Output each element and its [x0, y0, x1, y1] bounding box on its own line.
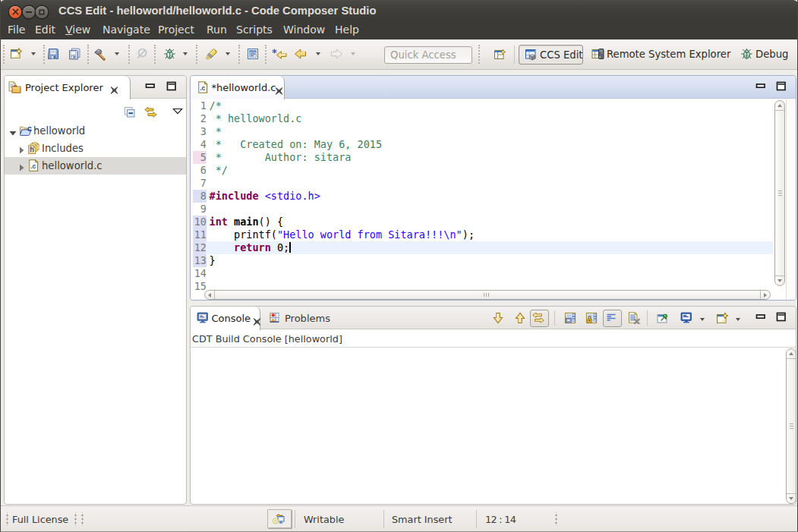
- toolbar-separator: [478, 45, 480, 64]
- perspective-rse-button[interactable]: Remote System Explorer: [591, 45, 731, 65]
- quick-access-input[interactable]: Quick Access: [384, 46, 472, 64]
- display-console-button[interactable]: [680, 312, 692, 324]
- clear-console-button[interactable]: [627, 312, 639, 324]
- expanded-arrow-icon[interactable]: [9, 127, 17, 139]
- skip-breakpoints-button[interactable]: [136, 48, 148, 60]
- new-dropdown[interactable]: [31, 52, 36, 55]
- project-explorer-panel: Project Explorer chelloworldhIncludes.ch…: [4, 75, 187, 505]
- statusbar-grip: [5, 512, 9, 526]
- tree-item-helloworld-c[interactable]: .chelloworld.c: [5, 157, 186, 175]
- code-line-11: printf("Hello world from Sitara!!!\n");: [206, 228, 773, 241]
- toolbar-separator: [238, 45, 240, 64]
- menu-project[interactable]: Project: [158, 24, 194, 36]
- flash-button[interactable]: [204, 48, 216, 60]
- tree-item-includes[interactable]: hIncludes: [5, 140, 186, 157]
- code-area[interactable]: /* * helloworld.c * * Created on: May 6,…: [206, 99, 773, 293]
- line-number: 5: [193, 151, 207, 164]
- tree-item-helloworld[interactable]: chelloworld: [5, 122, 186, 140]
- maximize-view-button[interactable]: [775, 80, 787, 93]
- back-icon: [294, 48, 306, 60]
- perspective-debug-button[interactable]: Debug: [740, 45, 786, 65]
- console-description: CDT Build Console [helloworld]: [191, 330, 796, 348]
- menu-edit[interactable]: Edit: [35, 24, 55, 36]
- project-explorer-icon: [8, 81, 21, 93]
- maximize-view-button[interactable]: [775, 311, 787, 323]
- build-button[interactable]: [93, 48, 105, 60]
- line-number-ruler: 123456789101112131415: [193, 99, 207, 293]
- line-number: 13: [193, 254, 207, 267]
- code-line-13: }: [206, 254, 773, 267]
- edit-mode-button[interactable]: [267, 509, 292, 528]
- debug-dropdown[interactable]: [183, 52, 188, 55]
- close-icon[interactable]: [275, 83, 284, 93]
- show-console-stdout-button[interactable]: [564, 312, 576, 324]
- open-perspective-button[interactable]: [494, 48, 506, 60]
- line-number: 11: [193, 228, 207, 241]
- menu-scripts[interactable]: Scripts: [236, 24, 273, 36]
- show-view-icon: [247, 48, 259, 60]
- minimize-view-button[interactable]: [755, 311, 767, 323]
- console-vertical-scrollbar[interactable]: [786, 348, 796, 504]
- caret-position-status: 12 : 14: [485, 514, 516, 525]
- window-close-button[interactable]: [9, 6, 21, 18]
- minimize-view-button[interactable]: [144, 80, 156, 93]
- back-button[interactable]: [294, 48, 306, 60]
- collapsed-arrow-icon[interactable]: [19, 162, 24, 174]
- flash-dropdown[interactable]: [226, 52, 230, 55]
- build-dropdown[interactable]: [115, 52, 119, 55]
- project-explorer-header: Project Explorer: [5, 76, 186, 99]
- save-all-button[interactable]: [68, 48, 80, 60]
- display-console-dropdown[interactable]: [700, 318, 705, 321]
- open-console-dropdown[interactable]: [736, 318, 740, 321]
- link-with-editor-button[interactable]: [144, 106, 156, 118]
- debug-button[interactable]: [163, 48, 175, 60]
- new-button[interactable]: [10, 48, 22, 60]
- menu-view[interactable]: View: [65, 24, 90, 36]
- show-error-in-editor-button[interactable]: [530, 310, 549, 327]
- minimize-view-button[interactable]: [755, 80, 767, 93]
- window-minimize-button[interactable]: [23, 6, 35, 18]
- view-menu-button[interactable]: [172, 106, 185, 118]
- menu-help[interactable]: Help: [335, 24, 359, 36]
- skip-breakpoints-icon: [136, 48, 148, 60]
- next-error-button[interactable]: [492, 312, 504, 324]
- save-button[interactable]: [47, 48, 59, 60]
- line-number: 8: [193, 190, 207, 203]
- pin-console-button[interactable]: [657, 312, 669, 324]
- menu-run[interactable]: Run: [207, 24, 227, 36]
- tree-item-label: helloworld: [33, 125, 85, 137]
- menu-file[interactable]: File: [8, 24, 25, 36]
- console-icon: [197, 312, 209, 324]
- line-number: 14: [193, 267, 207, 280]
- editor-vertical-scrollbar[interactable]: [774, 100, 785, 286]
- tab-helloworld-c[interactable]: .c *helloworld.c: [191, 76, 285, 99]
- close-icon[interactable]: [253, 314, 262, 323]
- svg-text:c: c: [27, 124, 32, 133]
- menu-navigate[interactable]: Navigate: [103, 24, 150, 36]
- show-error-icon: [532, 312, 544, 324]
- tab-project-explorer[interactable]: Project Explorer: [5, 76, 131, 99]
- word-wrap-button[interactable]: [603, 310, 622, 327]
- last-edit-location-button[interactable]: [272, 48, 284, 60]
- window-maximize-button[interactable]: [36, 6, 48, 18]
- open-console-button[interactable]: [716, 312, 728, 324]
- console-header: Console Problems: [191, 307, 796, 329]
- statusbar-grip: [74, 512, 77, 526]
- back-dropdown[interactable]: [316, 52, 320, 55]
- editor-horizontal-scrollbar[interactable]: [204, 290, 771, 300]
- maximize-view-button[interactable]: [166, 80, 178, 93]
- perspective-ccs-edit-button[interactable]: CCS Edit: [519, 45, 583, 65]
- close-icon[interactable]: [110, 83, 119, 92]
- previous-error-button[interactable]: [514, 312, 526, 324]
- save-all-icon: [68, 48, 80, 60]
- toolbar-separator: [87, 45, 89, 64]
- menu-window[interactable]: Window: [283, 24, 325, 36]
- editor-body[interactable]: 123456789101112131415 /* * helloworld.c …: [191, 99, 796, 300]
- collapsed-arrow-icon[interactable]: [19, 145, 24, 156]
- collapse-all-button[interactable]: [124, 106, 136, 118]
- project-explorer-tree: chelloworldhIncludes.chelloworld.c: [5, 122, 186, 175]
- show-console-stderr-button[interactable]: [585, 312, 598, 324]
- code-line-4: * Created on: May 6, 2015: [206, 138, 773, 151]
- tab-console[interactable]: Console: [191, 307, 260, 330]
- show-view-button[interactable]: [247, 48, 259, 60]
